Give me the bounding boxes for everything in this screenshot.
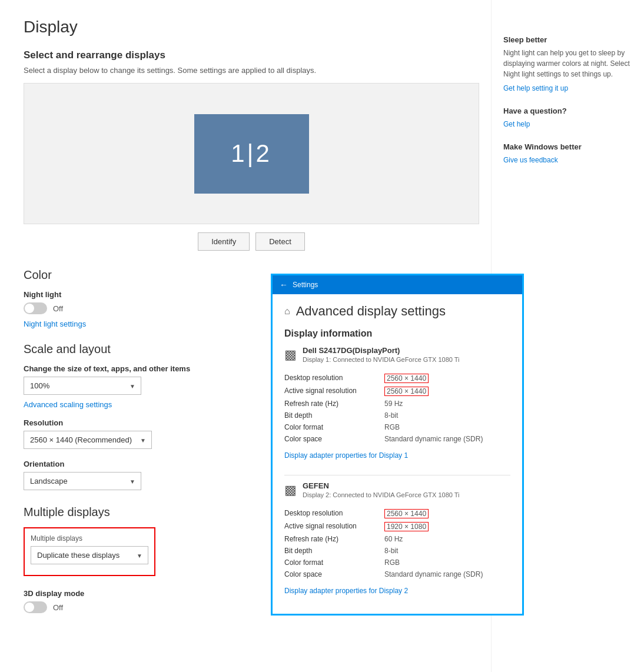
advanced-panel-header: ← Settings: [273, 275, 522, 294]
display2-refresh-label: Refresh rate (Hz): [284, 533, 384, 545]
display2-color-format-value: RGB: [384, 557, 510, 568]
monitor-label: 1|2: [231, 139, 272, 168]
display1-connected: Display 1: Connected to NVIDIA GeForce G…: [303, 356, 460, 363]
display2-desktop-res-label: Desktop resolution: [284, 507, 384, 520]
display2-bit-depth-value: 8-bit: [384, 545, 510, 557]
display2-adapter-link[interactable]: Display adapter properties for Display 2: [284, 587, 408, 595]
display1-bit-depth-value: 8-bit: [384, 410, 510, 421]
display1-bit-depth-row: Bit depth 8-bit: [284, 410, 510, 421]
display2-info-table: Desktop resolution 2560 × 1440 Active si…: [284, 507, 510, 580]
3d-mode-toggle[interactable]: [24, 601, 47, 613]
windows-better-heading: Make Windows better: [503, 142, 632, 151]
monitor1-icon: ▩: [284, 347, 297, 362]
display2-active-signal-row: Active signal resolution 1920 × 1080: [284, 520, 510, 533]
display2-desktop-res-value: 2560 × 1440: [384, 507, 510, 520]
resolution-select[interactable]: 2560 × 1440 (Recommended): [24, 431, 152, 449]
display1-header-row: ▩ Dell S2417DG(DisplayPort) Display 1: C…: [284, 346, 510, 364]
detect-button[interactable]: Detect: [255, 232, 305, 251]
sidebar-question: Have a question? Get help: [503, 107, 632, 128]
display-info-heading: Display information: [284, 328, 510, 339]
display1-refresh-row: Refresh rate (Hz) 59 Hz: [284, 398, 510, 410]
display1-color-space-row: Color space Standard dynamic range (SDR): [284, 433, 510, 445]
night-light-state: Off: [53, 304, 63, 313]
display1-active-signal-label: Active signal resolution: [284, 385, 384, 398]
display2-color-format-label: Color format: [284, 557, 384, 568]
display2-color-space-label: Color space: [284, 568, 384, 580]
sidebar-sleep-better: Sleep better Night light can help you ge…: [503, 35, 632, 92]
night-light-settings-link[interactable]: Night light settings: [24, 320, 86, 328]
scale-select[interactable]: 100% 125% 150%: [24, 377, 141, 395]
identify-button[interactable]: Identify: [198, 232, 250, 251]
display1-info-table: Desktop resolution 2560 × 1440 Active si…: [284, 372, 510, 445]
multiple-displays-select-wrapper: Duplicate these displays Extend these di…: [31, 546, 148, 564]
display2-active-signal-label: Active signal resolution: [284, 520, 384, 533]
select-rearrange-subtitle: Select a display below to change its set…: [24, 66, 479, 75]
display2-color-space-row: Color space Standard dynamic range (SDR): [284, 568, 510, 580]
display2-refresh-row: Refresh rate (Hz) 60 Hz: [284, 533, 510, 545]
resolution-select-wrapper: 2560 × 1440 (Recommended) ▼: [24, 431, 152, 449]
monitor-preview[interactable]: 1|2: [194, 114, 309, 194]
display1-desktop-res-label: Desktop resolution: [284, 372, 384, 385]
divider1: [284, 475, 510, 475]
3d-mode-state: Off: [53, 603, 63, 612]
multiple-displays-box: Multiple displays Duplicate these displa…: [24, 527, 155, 576]
orientation-select[interactable]: Landscape: [24, 472, 141, 490]
display2-refresh-value: 60 Hz: [384, 533, 510, 545]
display2-header-row: ▩ GEFEN Display 2: Connected to NVIDIA G…: [284, 481, 510, 499]
advanced-display-panel: ← Settings ⌂ Advanced display settings D…: [271, 274, 524, 616]
display1-color-format-row: Color format RGB: [284, 421, 510, 433]
display1-desktop-res-value: 2560 × 1440: [384, 372, 510, 385]
sidebar-windows-better: Make Windows better Give us feedback: [503, 142, 632, 164]
display1-color-format-value: RGB: [384, 421, 510, 433]
display1-refresh-label: Refresh rate (Hz): [284, 398, 384, 410]
display2-bit-depth-label: Bit depth: [284, 545, 384, 557]
main-content: Display Select and rearrange displays Se…: [0, 0, 491, 672]
display1-color-space-value: Standard dynamic range (SDR): [384, 433, 510, 445]
scale-select-wrapper: 100% 125% 150% ▼: [24, 377, 141, 395]
monitor2-icon: ▩: [284, 483, 297, 498]
display1-name: Dell S2417DG(DisplayPort): [303, 346, 400, 355]
get-help-setting-link[interactable]: Get help setting it up: [503, 84, 568, 92]
3d-toggle-knob: [25, 603, 34, 612]
display1-adapter-link[interactable]: Display adapter properties for Display 1: [284, 451, 408, 460]
orientation-select-wrapper: Landscape ▼: [24, 472, 141, 490]
back-arrow-icon[interactable]: ←: [280, 280, 288, 290]
display2-color-space-value: Standard dynamic range (SDR): [384, 568, 510, 580]
display1-color-format-label: Color format: [284, 421, 384, 433]
advanced-scaling-link[interactable]: Advanced scaling settings: [24, 400, 112, 409]
display2-active-signal-value: 1920 × 1080: [384, 520, 510, 533]
page-title: Display: [24, 18, 479, 36]
advanced-panel-body: ⌂ Advanced display settings Display info…: [273, 294, 522, 614]
display2-info: GEFEN Display 2: Connected to NVIDIA GeF…: [303, 481, 460, 499]
display1-refresh-value: 59 Hz: [384, 398, 510, 410]
home-icon: ⌂: [284, 306, 290, 317]
give-feedback-link[interactable]: Give us feedback: [503, 156, 558, 164]
toggle-knob: [25, 304, 34, 313]
settings-label: Settings: [293, 281, 318, 289]
night-light-toggle[interactable]: [24, 302, 47, 314]
display1-info: Dell S2417DG(DisplayPort) Display 1: Con…: [303, 346, 460, 364]
question-heading: Have a question?: [503, 107, 632, 115]
sleep-better-heading: Sleep better: [503, 35, 632, 44]
display1-active-signal-value: 2560 × 1440: [384, 385, 510, 398]
page-layout: Display Select and rearrange displays Se…: [0, 0, 644, 672]
advanced-display-title: ⌂ Advanced display settings: [284, 304, 510, 319]
get-help-link[interactable]: Get help: [503, 120, 530, 128]
display-preview-box: 1|2: [24, 83, 479, 224]
display2-color-format-row: Color format RGB: [284, 557, 510, 568]
display2-bit-depth-row: Bit depth 8-bit: [284, 545, 510, 557]
multiple-displays-select[interactable]: Duplicate these displays Extend these di…: [31, 546, 148, 564]
display1-active-signal-row: Active signal resolution 2560 × 1440: [284, 385, 510, 398]
multiple-displays-sublabel: Multiple displays: [31, 534, 148, 543]
sleep-better-text: Night light can help you get to sleep by…: [503, 48, 632, 79]
display-buttons-row: Identify Detect: [24, 232, 479, 251]
display2-desktop-res-row: Desktop resolution 2560 × 1440: [284, 507, 510, 520]
display1-color-space-label: Color space: [284, 433, 384, 445]
display2-name: GEFEN: [303, 481, 329, 490]
select-rearrange-heading: Select and rearrange displays: [24, 49, 479, 61]
display2-connected: Display 2: Connected to NVIDIA GeForce G…: [303, 491, 460, 498]
display1-desktop-res-row: Desktop resolution 2560 × 1440: [284, 372, 510, 385]
display1-bit-depth-label: Bit depth: [284, 410, 384, 421]
